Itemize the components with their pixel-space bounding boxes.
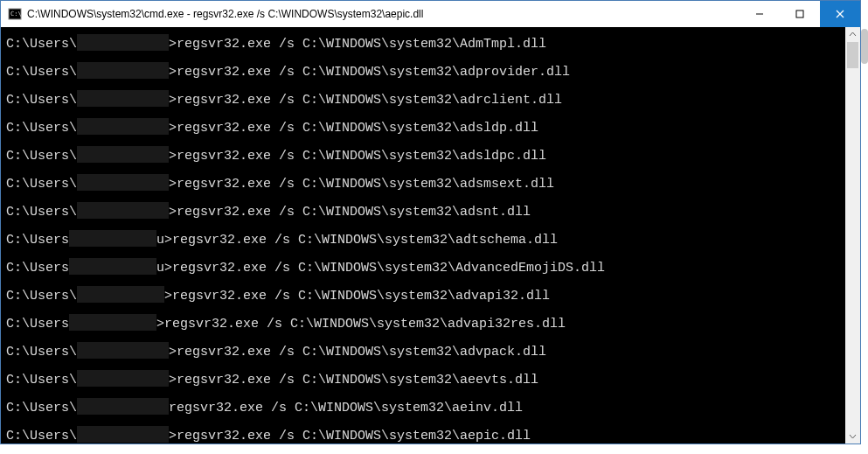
prompt-prefix: C:\Users\ — [6, 205, 77, 220]
terminal-line: C:\Users\>regsvr32.exe /s C:\WINDOWS\sys… — [6, 87, 840, 115]
terminal-line: C:\Users\>regsvr32.exe /s C:\WINDOWS\sys… — [6, 283, 840, 311]
window-controls — [740, 1, 860, 27]
prompt-prefix: C:\Users\ — [6, 121, 77, 136]
command-text: >regsvr32.exe /s C:\WINDOWS\system32\adp… — [169, 65, 570, 80]
terminal-line: C:\Users\>regsvr32.exe /s C:\WINDOWS\sys… — [6, 199, 840, 227]
redacted-username — [77, 90, 169, 107]
command-text: >regsvr32.exe /s C:\WINDOWS\system32\adv… — [156, 317, 566, 332]
scroll-up-button[interactable] — [845, 27, 860, 42]
close-button[interactable] — [820, 1, 860, 27]
scroll-down-button[interactable] — [845, 429, 860, 444]
command-text: regsvr32.exe /s C:\WINDOWS\system32\aein… — [169, 401, 523, 416]
prompt-prefix: C:\Users\ — [6, 149, 77, 164]
redacted-username — [77, 202, 169, 219]
redacted-username — [69, 314, 156, 331]
cmd-icon: C:\ — [8, 7, 22, 21]
terminal-line: C:\Users\>regsvr32.exe /s C:\WINDOWS\sys… — [6, 115, 840, 143]
svg-text:C:\: C:\ — [10, 10, 22, 17]
command-text: u>regsvr32.exe /s C:\WINDOWS\system32\Ad… — [156, 261, 605, 276]
redacted-username — [77, 370, 169, 387]
prompt-prefix: C:\Users\ — [6, 93, 77, 108]
command-text: >regsvr32.exe /s C:\WINDOWS\system32\aee… — [169, 373, 538, 388]
command-text: >regsvr32.exe /s C:\WINDOWS\system32\adr… — [169, 93, 562, 108]
terminal-line: C:\Users\>regsvr32.exe /s C:\WINDOWS\sys… — [6, 339, 840, 367]
terminal-line: C:\Users\>regsvr32.exe /s C:\WINDOWS\sys… — [6, 423, 840, 444]
redacted-username — [77, 174, 169, 191]
svg-rect-3 — [796, 10, 803, 17]
window-title: C:\WINDOWS\system32\cmd.exe - regsvr32.e… — [27, 8, 740, 20]
command-text: >regsvr32.exe /s C:\WINDOWS\system32\Adm… — [169, 37, 546, 52]
prompt-prefix: C:\Users\ — [6, 345, 77, 360]
prompt-prefix: C:\Users — [6, 317, 69, 332]
maximize-button[interactable] — [780, 1, 820, 27]
redacted-username — [77, 62, 169, 79]
terminal-line: C:\Users\>regsvr32.exe /s C:\WINDOWS\sys… — [6, 143, 840, 171]
command-text: >regsvr32.exe /s C:\WINDOWS\system32\aep… — [169, 429, 531, 444]
prompt-prefix: C:\Users\ — [6, 65, 77, 80]
terminal-line: C:\Users\>regsvr32.exe /s C:\WINDOWS\sys… — [6, 367, 840, 395]
titlebar[interactable]: C:\ C:\WINDOWS\system32\cmd.exe - regsvr… — [1, 1, 860, 27]
minimize-button[interactable] — [740, 1, 780, 27]
command-text: >regsvr32.exe /s C:\WINDOWS\system32\adv… — [169, 345, 546, 360]
terminal-line: C:\Users\>regsvr32.exe /s C:\WINDOWS\sys… — [6, 31, 840, 59]
prompt-prefix: C:\Users — [6, 261, 69, 276]
prompt-prefix: C:\Users\ — [6, 429, 77, 444]
scrollbar-thumb[interactable] — [847, 42, 858, 68]
terminal-line: C:\Users\>regsvr32.exe /s C:\WINDOWS\sys… — [6, 59, 840, 87]
terminal-line: C:\Usersu>regsvr32.exe /s C:\WINDOWS\sys… — [6, 227, 840, 255]
redacted-username — [77, 398, 169, 415]
vertical-scrollbar[interactable] — [845, 27, 860, 444]
redacted-username — [77, 286, 164, 303]
command-text: u>regsvr32.exe /s C:\WINDOWS\system32\ad… — [156, 233, 558, 248]
cmd-window: C:\ C:\WINDOWS\system32\cmd.exe - regsvr… — [0, 0, 861, 444]
prompt-prefix: C:\Users\ — [6, 289, 77, 304]
prompt-prefix: C:\Users\ — [6, 401, 77, 416]
terminal-line: C:\Users\regsvr32.exe /s C:\WINDOWS\syst… — [6, 395, 840, 423]
command-text: >regsvr32.exe /s C:\WINDOWS\system32\ads… — [169, 205, 531, 220]
prompt-prefix: C:\Users\ — [6, 37, 77, 52]
prompt-prefix: C:\Users\ — [6, 373, 77, 388]
prompt-prefix: C:\Users\ — [6, 177, 77, 192]
redacted-username — [77, 118, 169, 135]
terminal-line: C:\Users>regsvr32.exe /s C:\WINDOWS\syst… — [6, 311, 840, 339]
redacted-username — [69, 230, 156, 247]
redacted-username — [77, 34, 169, 51]
command-text: >regsvr32.exe /s C:\WINDOWS\system32\ads… — [169, 121, 538, 136]
command-text: >regsvr32.exe /s C:\WINDOWS\system32\ads… — [169, 149, 546, 164]
redacted-username — [77, 342, 169, 359]
redacted-username — [77, 426, 169, 443]
terminal-line: C:\Users\>regsvr32.exe /s C:\WINDOWS\sys… — [6, 171, 840, 199]
page-scrollbar-thumb[interactable] — [861, 29, 868, 64]
terminal-output[interactable]: C:\Users\>regsvr32.exe /s C:\WINDOWS\sys… — [1, 27, 845, 444]
redacted-username — [77, 146, 169, 163]
terminal-body: C:\Users\>regsvr32.exe /s C:\WINDOWS\sys… — [1, 27, 860, 444]
prompt-prefix: C:\Users — [6, 233, 69, 248]
redacted-username — [69, 258, 156, 275]
command-text: >regsvr32.exe /s C:\WINDOWS\system32\adv… — [164, 289, 550, 304]
command-text: >regsvr32.exe /s C:\WINDOWS\system32\ads… — [169, 177, 554, 192]
scrollbar-track[interactable] — [845, 42, 860, 429]
terminal-line: C:\Usersu>regsvr32.exe /s C:\WINDOWS\sys… — [6, 255, 840, 283]
